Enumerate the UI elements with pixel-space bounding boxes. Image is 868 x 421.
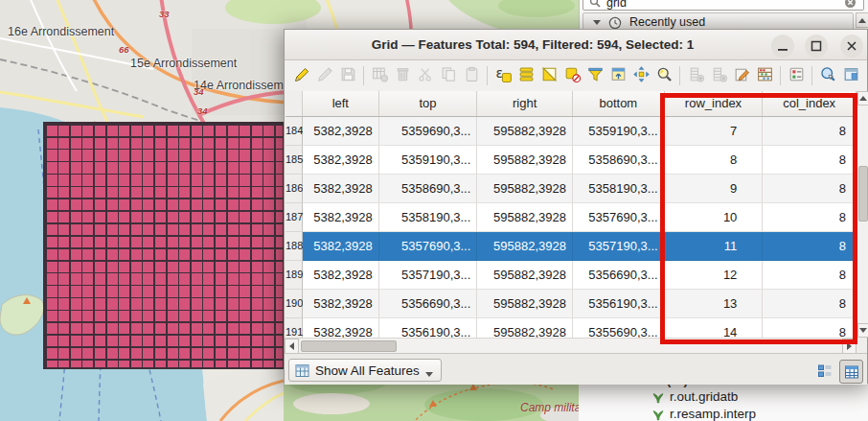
cell-row_index[interactable]: 11 [665, 232, 764, 261]
cell-left[interactable]: 5382,3928 [303, 290, 379, 318]
scroll-up-button[interactable] [857, 91, 868, 105]
scrollbar-thumb[interactable] [858, 166, 868, 222]
cell-col_index[interactable]: 8 [763, 232, 857, 261]
zoom-to-selection-button[interactable] [652, 64, 675, 87]
scroll-down-button[interactable] [857, 323, 868, 338]
scrollbar-thumb[interactable] [301, 340, 397, 352]
cell-right[interactable]: 595882,3928 [477, 203, 573, 232]
row-number[interactable]: 189 [286, 261, 303, 290]
cell-right[interactable]: 595882,3928 [477, 318, 573, 338]
cell-bottom[interactable]: 5356690,3... [573, 261, 665, 290]
cell-col_index[interactable]: 8 [763, 318, 857, 338]
column-header-bottom[interactable]: bottom [573, 91, 665, 116]
invert-selection-button[interactable] [537, 64, 560, 87]
field-calculator-button[interactable] [753, 64, 776, 87]
cell-bottom[interactable]: 5357690,3... [573, 203, 665, 232]
toggle-editing-button[interactable] [290, 64, 313, 87]
move-selection-top-button[interactable] [606, 64, 629, 87]
column-header-row_index[interactable]: row_index [665, 91, 764, 116]
scroll-right-button[interactable] [842, 339, 857, 354]
cell-row_index[interactable]: 8 [665, 146, 764, 175]
show-all-features-button[interactable]: Show All Features [288, 359, 442, 382]
cell-left[interactable]: 5382,3928 [303, 318, 379, 338]
column-header-left[interactable]: left [303, 91, 379, 116]
row-number[interactable]: 187 [286, 203, 303, 232]
cell-bottom[interactable]: 5358690,3... [573, 146, 665, 175]
clear-search-icon[interactable] [844, 0, 857, 9]
cell-right[interactable]: 595882,3928 [477, 146, 573, 175]
cell-bottom[interactable]: 5356190,3... [573, 290, 665, 318]
cell-left[interactable]: 5382,3928 [303, 146, 379, 175]
table-corner[interactable] [286, 91, 303, 116]
table-horizontal-scrollbar[interactable] [285, 338, 857, 354]
pan-to-selection-button[interactable] [629, 64, 652, 87]
edit-expression-button[interactable] [730, 64, 753, 87]
dock-button[interactable] [839, 64, 862, 87]
table-view-button[interactable] [839, 360, 863, 384]
cell-top[interactable]: 5358690,3... [379, 175, 478, 203]
select-all-button[interactable] [514, 64, 537, 87]
close-button[interactable] [840, 35, 863, 58]
cell-right[interactable]: 595882,3928 [477, 175, 573, 203]
cell-row_index[interactable]: 10 [665, 203, 764, 232]
cell-right[interactable]: 595882,3928 [477, 290, 573, 318]
cell-top[interactable]: 5359690,3... [379, 117, 478, 146]
cell-top[interactable]: 5357190,3... [379, 261, 478, 290]
cell-right[interactable]: 595882,3928 [477, 232, 573, 261]
cell-top[interactable]: 5359190,3... [379, 146, 478, 175]
scroll-up-button[interactable] [856, 12, 868, 28]
cell-top[interactable]: 5357690,3... [379, 232, 478, 261]
column-header-col_index[interactable]: col_index [763, 91, 857, 116]
row-number[interactable]: 186 [286, 175, 303, 203]
maximize-button[interactable] [805, 35, 828, 58]
cell-left[interactable]: 5382,3928 [303, 175, 379, 203]
table-vertical-scrollbar[interactable] [857, 91, 868, 338]
cell-col_index[interactable]: 8 [763, 146, 857, 175]
cell-bottom[interactable]: 5357190,3... [573, 232, 665, 261]
cell-col_index[interactable]: 8 [763, 175, 857, 203]
tree-item-resamp[interactable]: r.resamp.interp [651, 407, 756, 421]
cell-row_index[interactable]: 14 [665, 318, 764, 338]
cell-row_index[interactable]: 13 [665, 290, 764, 318]
tree-item-gridatb[interactable]: r.out.gridatb [651, 389, 738, 404]
cell-right[interactable]: 595882,3928 [477, 261, 573, 290]
row-number[interactable]: 190 [286, 290, 303, 318]
form-view-button[interactable] [813, 360, 835, 382]
cell-left[interactable]: 5382,3928 [303, 261, 379, 290]
cell-col_index[interactable]: 8 [763, 117, 857, 146]
cell-left[interactable]: 5382,3928 [303, 117, 379, 146]
cell-top[interactable]: 5356690,3... [379, 290, 478, 318]
row-number[interactable]: 185 [286, 146, 303, 175]
column-header-right[interactable]: right [477, 91, 573, 116]
column-header-top[interactable]: top [379, 91, 478, 116]
cell-left[interactable]: 5382,3928 [303, 203, 379, 232]
scroll-left-button[interactable] [285, 339, 299, 354]
cell-bottom[interactable]: 5358190,3... [573, 175, 665, 203]
row-number[interactable]: 184 [286, 117, 303, 146]
expand-arrow-icon[interactable] [593, 20, 601, 25]
actions-button[interactable] [816, 64, 839, 87]
deselect-all-button[interactable] [560, 64, 583, 87]
cell-right[interactable]: 595882,3928 [477, 117, 573, 146]
cell-row_index[interactable]: 12 [665, 261, 764, 290]
minimize-button[interactable] [771, 35, 794, 58]
toolbar-separator [487, 66, 488, 85]
row-number[interactable]: 188 [286, 232, 303, 261]
cell-col_index[interactable]: 8 [763, 203, 857, 232]
cell-bottom[interactable]: 5355690,3... [573, 318, 665, 338]
filter-form-button[interactable] [583, 64, 606, 87]
cell-top[interactable]: 5358190,3... [379, 203, 478, 232]
cell-bottom[interactable]: 5359190,3... [573, 117, 665, 146]
titlebar[interactable]: Grid — Features Total: 594, Filtered: 59… [285, 30, 867, 60]
cell-row_index[interactable]: 9 [665, 175, 764, 203]
grid-layer[interactable] [43, 122, 285, 369]
cell-left[interactable]: 5382,3928 [303, 232, 379, 261]
conditional-formatting-button[interactable] [785, 64, 808, 87]
cell-top[interactable]: 5356190,3... [379, 318, 478, 338]
row-number[interactable]: 191 [286, 318, 303, 338]
cell-row_index[interactable]: 7 [665, 117, 764, 146]
cell-col_index[interactable]: 8 [763, 261, 857, 290]
select-by-expression-button[interactable]: ε [491, 64, 514, 87]
cell-col_index[interactable]: 8 [763, 290, 857, 318]
toolbox-search-input[interactable]: grid [582, 0, 864, 11]
